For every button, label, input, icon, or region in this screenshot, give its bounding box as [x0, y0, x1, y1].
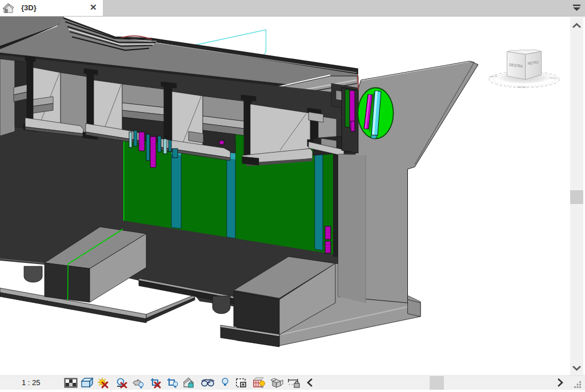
svg-text:FRONTE: FRONTE — [549, 77, 558, 80]
svg-text:SINISTRA: SINISTRA — [489, 75, 498, 78]
svg-text:DIETRO: DIETRO — [517, 86, 527, 89]
